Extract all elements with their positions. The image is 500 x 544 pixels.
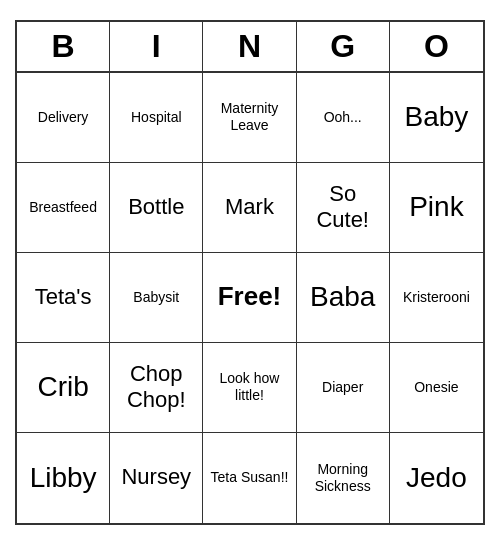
- bingo-card: BINGO DeliveryHospitalMaternity LeaveOoh…: [15, 20, 485, 525]
- header-letter: G: [297, 22, 390, 71]
- bingo-cell[interactable]: Crib: [17, 343, 110, 433]
- bingo-cell[interactable]: Ooh...: [297, 73, 390, 163]
- bingo-cell[interactable]: So Cute!: [297, 163, 390, 253]
- bingo-cell[interactable]: Baby: [390, 73, 483, 163]
- header-letter: N: [203, 22, 296, 71]
- bingo-cell[interactable]: Kristerooni: [390, 253, 483, 343]
- bingo-cell[interactable]: Teta Susan!!: [203, 433, 296, 523]
- bingo-cell[interactable]: Bottle: [110, 163, 203, 253]
- bingo-cell[interactable]: Onesie: [390, 343, 483, 433]
- bingo-cell[interactable]: Pink: [390, 163, 483, 253]
- bingo-cell[interactable]: Delivery: [17, 73, 110, 163]
- bingo-cell[interactable]: Libby: [17, 433, 110, 523]
- header-letter: O: [390, 22, 483, 71]
- bingo-cell[interactable]: Diaper: [297, 343, 390, 433]
- bingo-cell[interactable]: Maternity Leave: [203, 73, 296, 163]
- bingo-cell[interactable]: Teta's: [17, 253, 110, 343]
- bingo-cell[interactable]: Baba: [297, 253, 390, 343]
- header-letter: I: [110, 22, 203, 71]
- bingo-grid: DeliveryHospitalMaternity LeaveOoh...Bab…: [17, 73, 483, 523]
- bingo-cell[interactable]: Morning Sickness: [297, 433, 390, 523]
- bingo-cell[interactable]: Jedo: [390, 433, 483, 523]
- bingo-cell[interactable]: Babysit: [110, 253, 203, 343]
- bingo-cell[interactable]: Look how little!: [203, 343, 296, 433]
- bingo-cell[interactable]: Free!: [203, 253, 296, 343]
- bingo-cell[interactable]: Chop Chop!: [110, 343, 203, 433]
- bingo-cell[interactable]: Breastfeed: [17, 163, 110, 253]
- header-letter: B: [17, 22, 110, 71]
- bingo-cell[interactable]: Mark: [203, 163, 296, 253]
- bingo-header: BINGO: [17, 22, 483, 73]
- bingo-cell[interactable]: Nursey: [110, 433, 203, 523]
- bingo-cell[interactable]: Hospital: [110, 73, 203, 163]
